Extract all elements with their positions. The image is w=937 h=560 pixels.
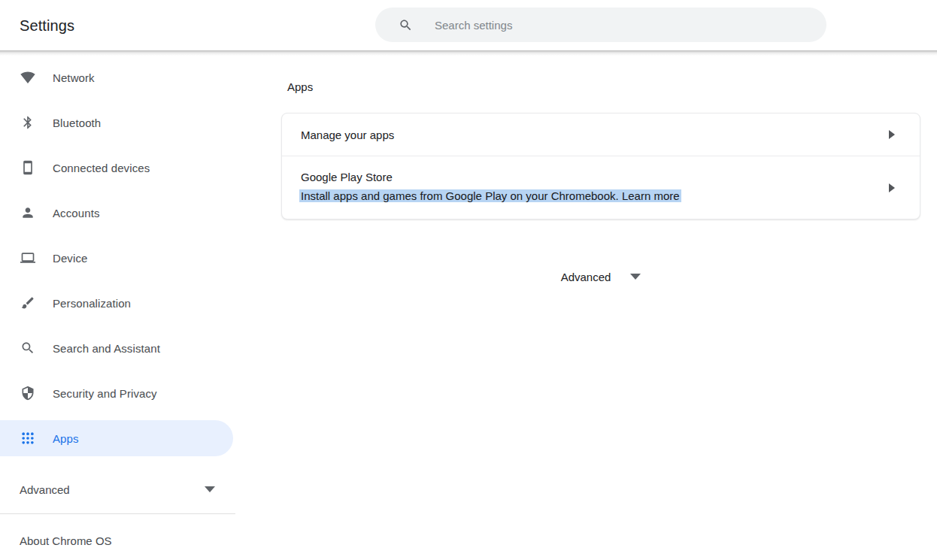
apps-card: Manage your apps Google Play Store Insta… xyxy=(281,113,920,219)
wifi-icon xyxy=(20,70,35,85)
sidebar-item-network[interactable]: Network xyxy=(0,59,233,95)
apps-grid-icon xyxy=(20,431,35,446)
sidebar-item-label: Device xyxy=(53,252,87,265)
sidebar-item-search-assistant[interactable]: Search and Assistant xyxy=(0,330,233,366)
sidebar-item-bluetooth[interactable]: Bluetooth xyxy=(0,104,233,141)
sidebar-item-connected-devices[interactable]: Connected devices xyxy=(0,150,233,186)
sidebar-item-label: Network xyxy=(53,71,95,84)
shield-icon xyxy=(20,386,35,401)
sidebar-item-about-chrome-os[interactable]: About Chrome OS xyxy=(0,514,235,547)
section-title: Apps xyxy=(287,81,937,93)
sidebar-item-apps[interactable]: Apps xyxy=(0,420,233,456)
manage-apps-row[interactable]: Manage your apps xyxy=(282,114,920,156)
settings-window: Settings Network Bluetooth Conne xyxy=(0,0,937,560)
sidebar-item-accounts[interactable]: Accounts xyxy=(0,195,233,231)
sidebar-item-device[interactable]: Device xyxy=(0,240,233,276)
bluetooth-icon xyxy=(20,115,35,130)
sidebar-item-label: Connected devices xyxy=(53,162,150,174)
person-icon xyxy=(20,205,35,220)
chevron-right-icon xyxy=(889,183,895,192)
sidebar-item-label: Security and Privacy xyxy=(53,387,157,400)
sidebar-item-label: Search and Assistant xyxy=(53,342,160,355)
brush-icon xyxy=(20,295,35,310)
sidebar: Network Bluetooth Connected devices Acco… xyxy=(0,50,235,560)
advanced-section-toggle[interactable]: Advanced xyxy=(281,268,920,286)
sidebar-item-label: Apps xyxy=(53,432,79,445)
about-label: About Chrome OS xyxy=(20,534,112,547)
header: Settings xyxy=(0,0,937,50)
advanced-label: Advanced xyxy=(20,483,205,496)
chevron-down-icon xyxy=(205,486,215,492)
laptop-icon xyxy=(20,250,35,265)
page-title: Settings xyxy=(20,17,74,34)
row-subtitle: Install apps and games from Google Play … xyxy=(301,188,920,204)
sidebar-item-personalization[interactable]: Personalization xyxy=(0,285,233,321)
chevron-right-icon xyxy=(889,130,895,139)
sidebar-item-security-privacy[interactable]: Security and Privacy xyxy=(0,375,233,411)
header-shadow xyxy=(0,50,937,56)
chevron-down-icon xyxy=(630,274,641,280)
sidebar-item-label: Personalization xyxy=(53,297,131,310)
search-input[interactable] xyxy=(435,19,811,32)
advanced-label: Advanced xyxy=(561,271,611,283)
main-content: Apps Manage your apps Google Play Store … xyxy=(235,50,937,560)
subtitle-selected-text: Install apps and games from Google Play … xyxy=(299,189,681,202)
sidebar-item-label: Bluetooth xyxy=(53,117,101,129)
search-icon xyxy=(399,18,413,32)
smartphone-icon xyxy=(20,160,35,175)
search-icon xyxy=(20,341,35,356)
google-play-store-row[interactable]: Google Play Store Install apps and games… xyxy=(282,156,920,219)
row-title: Manage your apps xyxy=(301,127,394,143)
row-title: Google Play Store xyxy=(301,169,920,185)
sidebar-advanced-toggle[interactable]: Advanced xyxy=(0,465,235,513)
search-bar[interactable] xyxy=(375,8,826,42)
sidebar-item-label: Accounts xyxy=(53,207,100,219)
